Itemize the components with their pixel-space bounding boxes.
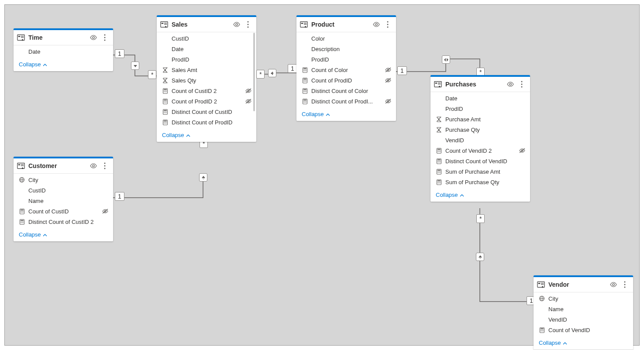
table-card-customer[interactable]: Customer CityCustIDNameCount of CustIDDi…	[14, 157, 113, 241]
field-row[interactable]: Sum of Purchase Qty	[430, 177, 530, 187]
field-row[interactable]: ProdID	[430, 103, 530, 114]
field-row[interactable]: Sales Amt	[157, 65, 256, 75]
field-hidden-icon[interactable]	[385, 67, 392, 73]
field-row[interactable]: CustID	[157, 33, 256, 44]
field-hidden-icon[interactable]	[385, 98, 392, 104]
more-options-icon[interactable]	[101, 34, 109, 41]
svg-rect-45	[164, 120, 167, 121]
field-row[interactable]: Count of ProdID 2	[157, 96, 256, 106]
collapse-link[interactable]: Collapse	[14, 58, 113, 71]
svg-rect-3	[21, 37, 24, 38]
svg-point-102	[93, 165, 95, 167]
field-label: ProdID	[311, 56, 392, 63]
svg-point-163	[437, 182, 438, 182]
field-row[interactable]: Date	[157, 44, 256, 54]
visibility-icon[interactable]	[506, 80, 514, 88]
field-row[interactable]: Count of VendID 2	[430, 145, 530, 156]
field-row[interactable]: Color	[296, 33, 396, 44]
field-row[interactable]: Sum of Purchase Amt	[430, 166, 530, 177]
table-icon	[160, 21, 168, 28]
svg-rect-129	[438, 82, 441, 83]
field-list: CustIDDateProdIDSales AmtSales QtyCount …	[157, 32, 256, 128]
collapse-link[interactable]: Collapse	[14, 228, 113, 241]
field-row[interactable]: Name	[14, 196, 113, 206]
field-row[interactable]: Distinct Count of ProdID	[157, 117, 256, 127]
svg-point-149	[440, 161, 441, 161]
cardinality-many: *	[148, 70, 156, 79]
visibility-icon[interactable]	[610, 281, 617, 288]
field-row[interactable]: Purchase Amt	[430, 114, 530, 124]
visibility-icon[interactable]	[90, 162, 97, 170]
svg-point-104	[104, 165, 106, 167]
filter-direction-handle[interactable]	[131, 62, 139, 70]
field-row[interactable]: Distinct Count of Color	[296, 86, 396, 96]
visibility-icon[interactable]	[372, 21, 380, 28]
more-options-icon[interactable]	[518, 80, 526, 88]
svg-rect-130	[438, 84, 441, 84]
svg-point-184	[543, 329, 544, 330]
table-card-purchases[interactable]: Purchases DateProdIDPurchase AmtPurchase…	[430, 75, 530, 202]
field-row[interactable]: Count of CustID 2	[157, 86, 256, 96]
field-row[interactable]: Count of Color	[296, 65, 396, 75]
field-row[interactable]: VendID	[534, 314, 633, 325]
field-hidden-icon[interactable]	[519, 148, 526, 154]
filter-direction-handle[interactable]	[199, 173, 207, 182]
svg-point-140	[437, 151, 438, 152]
svg-rect-89	[303, 100, 307, 100]
field-row[interactable]: Name	[534, 304, 633, 314]
field-row[interactable]: Count of VendID	[534, 325, 633, 335]
field-hidden-icon[interactable]	[102, 208, 109, 214]
filter-direction-handle[interactable]	[268, 69, 276, 77]
field-row[interactable]: City	[534, 293, 633, 304]
field-label: CustID	[28, 187, 109, 194]
chevron-up-icon	[563, 342, 567, 345]
more-options-icon[interactable]	[244, 21, 252, 28]
field-label: Count of ProdID	[311, 77, 381, 84]
collapse-link[interactable]: Collapse	[157, 128, 256, 142]
table-title: Sales	[172, 21, 229, 28]
more-options-icon[interactable]	[101, 162, 109, 170]
visibility-icon[interactable]	[90, 34, 97, 41]
collapse-link[interactable]: Collapse	[296, 107, 396, 121]
field-row[interactable]: Distinct Count of VendID	[430, 156, 530, 166]
field-row[interactable]: Sales Qty	[157, 75, 256, 86]
svg-point-113	[23, 211, 24, 212]
field-row[interactable]: Date	[14, 46, 113, 57]
field-hidden-icon[interactable]	[245, 88, 252, 94]
more-options-icon[interactable]	[621, 281, 629, 288]
field-row[interactable]: Date	[430, 93, 530, 103]
field-row[interactable]: Description	[296, 44, 396, 54]
field-row[interactable]: Distinct Count of CustID	[157, 106, 256, 117]
scrollbar[interactable]	[253, 33, 255, 111]
collapse-link[interactable]: Collapse	[534, 336, 633, 350]
field-row[interactable]: ProdID	[296, 54, 396, 65]
field-row[interactable]: Distinct Count of ProdI...	[296, 96, 396, 106]
svg-rect-100	[21, 164, 24, 165]
collapse-text: Collapse	[436, 192, 458, 198]
more-options-icon[interactable]	[384, 21, 392, 28]
field-row[interactable]: Distinct Count of CustID 2	[14, 216, 113, 227]
collapse-text: Collapse	[302, 111, 324, 117]
table-card-time[interactable]: Time Date Collapse	[14, 28, 113, 71]
table-card-product[interactable]: Product ColorDescriptionProdIDCount of C…	[296, 15, 396, 121]
field-row[interactable]: CustID	[14, 185, 113, 196]
table-header: Product	[296, 17, 396, 32]
field-type-icon	[19, 177, 25, 183]
visibility-icon[interactable]	[233, 21, 241, 28]
field-list: CityNameVendIDCount of VendID	[534, 292, 633, 336]
field-row[interactable]: Count of CustID	[14, 206, 113, 216]
field-row[interactable]: ProdID	[157, 54, 256, 65]
field-hidden-icon[interactable]	[245, 98, 252, 104]
diagram-canvas[interactable]: 1 * 1 * * 1 1 * * 1 Time	[4, 4, 640, 346]
table-card-vendor[interactable]: Vendor CityNameVendIDCount of VendID Col…	[534, 275, 633, 350]
collapse-link[interactable]: Collapse	[430, 188, 530, 202]
field-row[interactable]: Count of ProdID	[296, 75, 396, 86]
field-row[interactable]: Purchase Qty	[430, 124, 530, 135]
field-row[interactable]: City	[14, 175, 113, 185]
svg-point-57	[387, 21, 389, 23]
table-card-sales[interactable]: Sales CustIDDateProdIDSales AmtSales Qty…	[157, 15, 256, 142]
filter-direction-handle[interactable]	[476, 253, 484, 261]
field-row[interactable]: VendID	[430, 135, 530, 145]
filter-direction-both-handle[interactable]	[442, 55, 450, 64]
field-hidden-icon[interactable]	[385, 77, 392, 83]
